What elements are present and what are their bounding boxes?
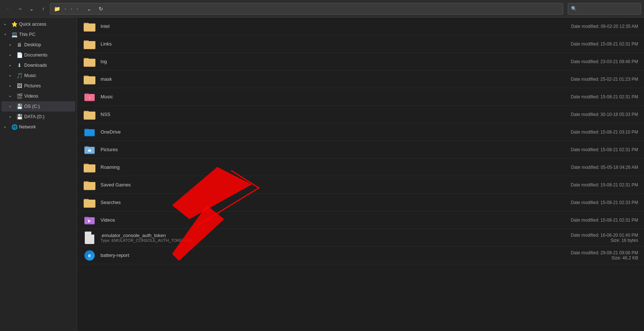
- chevron-icon: ▸: [10, 105, 15, 108]
- sidebar-label-pictures: Pictures: [24, 83, 41, 88]
- file-date-10: Date modified: 15-08-21 02:33 PM: [535, 200, 638, 205]
- sep2: ›: [70, 6, 72, 11]
- file-name-10: Searches: [101, 200, 531, 205]
- file-row-10[interactable]: Searches Date modified: 15-08-21 02:33 P…: [77, 194, 644, 211]
- folder-icon-0: [83, 20, 96, 33]
- chevron-icon: ▸: [10, 115, 15, 119]
- titlebar: ← → ⌄ ↑ 📁 › › › ⌄ ↻ 🔍: [0, 0, 644, 18]
- file-row-12[interactable]: .emulator_console_auth_token Type: EMULA…: [77, 229, 644, 247]
- sidebar-icon-documents: 📄: [16, 52, 23, 58]
- folder-icon-1: [83, 37, 96, 51]
- svg-rect-21: [84, 129, 95, 136]
- svg-text:▶: ▶: [88, 219, 91, 223]
- chevron-icon: ▸: [10, 74, 15, 77]
- file-name-13: battery-report: [101, 252, 531, 258]
- file-date-1: Date modified: 15-08-21 02:31 PM: [535, 41, 638, 47]
- sidebar-item-pictures[interactable]: ▸ 🖼 Pictures: [1, 81, 75, 91]
- file-row-11[interactable]: ▶ Videos Date modified: 15-08-21 02:31 P…: [77, 211, 644, 229]
- chevron-icon: ▸: [10, 43, 15, 47]
- file-date-9: Date modified: 15-08-21 02:31 PM: [535, 182, 638, 188]
- file-row-2[interactable]: log Date modified: 23-03-21 09:46 PM: [77, 53, 644, 70]
- forward-button[interactable]: →: [15, 4, 25, 14]
- file-info-7: Pictures: [101, 147, 531, 152]
- sidebar-item-videos[interactable]: ▸ 🎬 Videos: [1, 91, 75, 101]
- folder-icon: 📁: [54, 6, 60, 12]
- file-row-9[interactable]: Saved Games Date modified: 15-08-21 02:3…: [77, 176, 644, 194]
- folder-icon-3: [83, 73, 96, 86]
- file-row-8[interactable]: Roaming Date modified: 05-05-18 04:26 AM: [77, 159, 644, 176]
- file-row-1[interactable]: Links Date modified: 15-08-21 02:31 PM: [77, 35, 644, 53]
- svg-text:🏔: 🏔: [88, 148, 91, 152]
- folder-pictures-icon-7: 🏔: [83, 143, 96, 156]
- up-button[interactable]: ↑: [38, 4, 48, 14]
- sidebar-label-downloads: Downloads: [24, 63, 47, 68]
- folder-icon-5: [83, 108, 96, 121]
- address-dropdown-button[interactable]: ⌄: [84, 4, 94, 14]
- refresh-button[interactable]: ↻: [96, 4, 106, 14]
- chevron-icon: ▸: [10, 63, 15, 67]
- file-name-7: Pictures: [101, 147, 531, 152]
- chevron-icon: ▸: [10, 94, 15, 98]
- svg-text:♪: ♪: [88, 95, 90, 99]
- sidebar-label-data-d: DATA (D:): [24, 114, 44, 119]
- file-row-6[interactable]: OneDrive Date modified: 15-08-21 03:10 P…: [77, 123, 644, 141]
- svg-rect-8: [84, 59, 95, 66]
- file-date-5: Date modified: 30-10-18 05:33 PM: [535, 112, 638, 117]
- back-button[interactable]: ←: [3, 4, 13, 14]
- file-name-1: Links: [101, 41, 531, 47]
- file-info-5: NSS: [101, 112, 531, 117]
- sidebar-label-network: Network: [19, 124, 36, 130]
- sidebar-item-documents[interactable]: ▸ 📄 Documents: [1, 50, 75, 60]
- sidebar-item-quick-access[interactable]: ▸ ⭐ Quick access: [1, 19, 75, 29]
- file-info-8: Roaming: [101, 164, 531, 170]
- sidebar-label-documents: Documents: [24, 52, 47, 58]
- address-bar-controls: ⌄ ↻: [84, 4, 106, 14]
- chevron-icon: ▸: [10, 84, 15, 88]
- sidebar-item-downloads[interactable]: ▸ ⬇ Downloads: [1, 60, 75, 70]
- sidebar-label-desktop: Desktop: [24, 42, 41, 47]
- file-date-3: Date modified: 25-02-21 01:23 PM: [535, 77, 638, 82]
- file-date-6: Date modified: 15-08-21 03:10 PM: [535, 130, 638, 135]
- file-row-3[interactable]: mask Date modified: 25-02-21 01:23 PM: [77, 70, 644, 88]
- sidebar-item-music[interactable]: ▸ 🎵 Music: [1, 70, 75, 81]
- sidebar-icon-this-pc: 💻: [11, 31, 18, 38]
- file-row-7[interactable]: 🏔 Pictures Date modified: 15-08-21 02:31…: [77, 141, 644, 159]
- file-row-5[interactable]: NSS Date modified: 30-10-18 05:33 PM: [77, 106, 644, 123]
- file-row-4[interactable]: ♪ Music Date modified: 15-08-21 02:31 PM: [77, 88, 644, 106]
- file-date-0: Date modified: 09-02-20 12:35 AM: [535, 24, 638, 29]
- file-info-13: battery-report: [101, 252, 531, 258]
- sidebar-label-this-pc: This PC: [19, 32, 35, 37]
- dropdown-button[interactable]: ⌄: [26, 4, 37, 14]
- file-name-8: Roaming: [101, 164, 531, 170]
- folder-icon-2: [83, 55, 96, 68]
- file-date-11: Date modified: 15-08-21 02:31 PM: [535, 218, 638, 223]
- sidebar-item-network[interactable]: ▸ 🌐 Network: [1, 122, 75, 132]
- sidebar-item-desktop[interactable]: ▸ 🖥 Desktop: [1, 40, 75, 50]
- sidebar-icon-network: 🌐: [11, 124, 18, 130]
- sidebar-item-data-d[interactable]: ▸ 💾 DATA (D:): [1, 112, 75, 122]
- file-name-5: NSS: [101, 112, 531, 117]
- sidebar-item-os-c[interactable]: ▸ 💾 OS (C:): [1, 101, 75, 112]
- file-info-1: Links: [101, 41, 531, 47]
- search-box[interactable]: 🔍: [568, 3, 641, 15]
- sidebar-item-this-pc[interactable]: ▾ 💻 This PC: [1, 29, 75, 40]
- file-plain-icon-12: [83, 231, 96, 244]
- sidebar-icon-downloads: ⬇: [16, 62, 23, 69]
- chevron-icon: ▾: [4, 33, 10, 36]
- file-date-13: Date modified: 29-08-21 09:06 PM Size: 4…: [535, 250, 638, 261]
- sidebar-icon-desktop: 🖥: [16, 41, 23, 48]
- file-name-12: .emulator_console_auth_token: [101, 233, 531, 238]
- content: Intel Date modified: 09-02-20 12:35 AM L…: [77, 18, 644, 331]
- sidebar-icon-music: 🎵: [16, 72, 23, 79]
- sidebar-icon-videos: 🎬: [16, 93, 23, 99]
- file-row-0[interactable]: Intel Date modified: 09-02-20 12:35 AM: [77, 18, 644, 35]
- address-bar[interactable]: 📁 › › › ⌄ ↻: [50, 3, 563, 15]
- svg-rect-5: [84, 41, 95, 48]
- folder-icon-8: [83, 161, 96, 174]
- file-info-11: Videos: [101, 217, 531, 223]
- file-date-8: Date modified: 05-05-18 04:26 AM: [535, 165, 638, 170]
- file-row-13[interactable]: e battery-report Date modified: 29-08-21…: [77, 247, 644, 264]
- sidebar: ▸ ⭐ Quick access ▾ 💻 This PC ▸ 🖥 Desktop…: [0, 18, 77, 331]
- sidebar-label-music: Music: [24, 73, 36, 78]
- content-wrapper: Intel Date modified: 09-02-20 12:35 AM L…: [77, 18, 644, 331]
